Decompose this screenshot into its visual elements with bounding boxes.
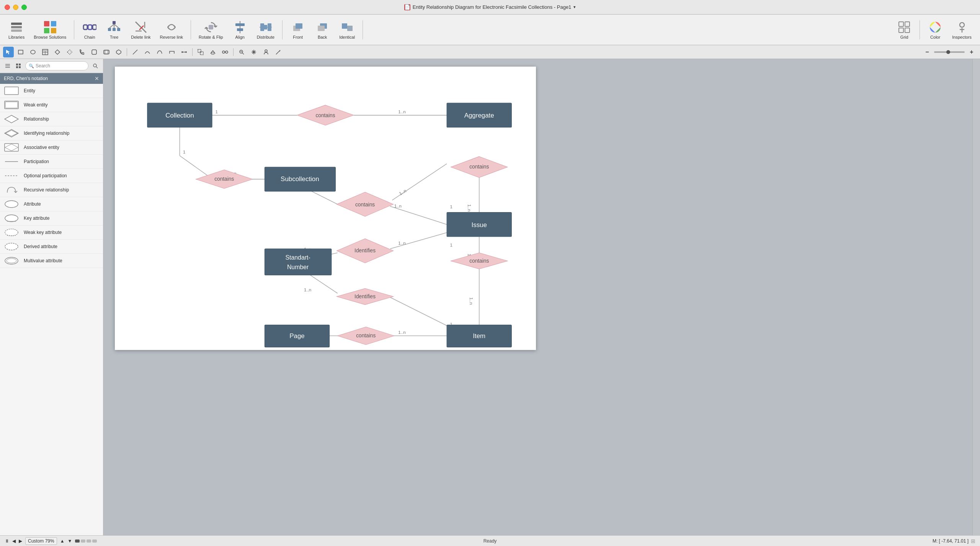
table-tool[interactable]	[40, 47, 51, 57]
person-tool[interactable]	[261, 47, 271, 57]
sep3	[282, 20, 283, 39]
zoom-select[interactable]: Custom 79%	[25, 537, 57, 545]
page-dot-3[interactable]	[87, 539, 91, 543]
maximize-button[interactable]	[21, 5, 27, 10]
svg-rect-35	[342, 23, 347, 29]
next-page-button[interactable]: ▶	[19, 538, 22, 544]
key-attribute-shape-icon	[4, 214, 19, 223]
window-title: 📄 Entity Relationship Diagram for Electr…	[404, 4, 576, 10]
pause-button[interactable]: ⏸	[5, 538, 9, 544]
svg-rect-1	[11, 26, 22, 28]
circle-tool[interactable]	[28, 47, 38, 57]
identifying-rel-label: Identifying relationship	[24, 131, 69, 136]
sidebar-item-key-attribute[interactable]: Key attribute	[0, 211, 103, 226]
svg-rect-0	[11, 23, 22, 25]
pan-tool[interactable]	[248, 47, 259, 57]
libraries-button[interactable]: Libraries	[5, 19, 28, 41]
shape-tool5[interactable]	[113, 47, 124, 57]
distribute-button[interactable]: Distribute	[253, 19, 278, 41]
sidebar-view-icons	[3, 61, 23, 70]
sidebar-item-associative-entity[interactable]: Associative entity	[0, 141, 103, 155]
svg-text:1..n: 1..n	[304, 287, 311, 292]
group-select-tool[interactable]	[195, 47, 206, 57]
sidebar-item-optional-participation[interactable]: Optional participation	[0, 169, 103, 183]
minimize-button[interactable]	[13, 5, 18, 10]
recursive-rel-label: Recursive relationship	[24, 187, 69, 193]
svg-point-70	[265, 50, 267, 52]
inspectors-icon	[955, 20, 969, 34]
curve-tool[interactable]	[142, 47, 153, 57]
tree-button[interactable]: Tree	[103, 19, 126, 41]
line-tool[interactable]	[130, 47, 140, 57]
sidebar-item-identifying-relationship[interactable]: Identifying relationship	[0, 126, 103, 141]
canvas-area[interactable]: 1 1..n 1 1..n 1..n 1..n 1..n 1 1 1..n 1.…	[103, 59, 972, 535]
close-button[interactable]	[5, 5, 10, 10]
sidebar-item-weak-key-attribute[interactable]: Weak key attribute	[0, 226, 103, 240]
inspectors-button[interactable]: Inspectors	[948, 19, 975, 41]
diagram-canvas[interactable]: 1 1..n 1 1..n 1..n 1..n 1..n 1 1 1..n 1.…	[115, 67, 536, 350]
cut-tool[interactable]	[207, 47, 218, 57]
rect-tool[interactable]	[15, 47, 26, 57]
align-button[interactable]: Align	[229, 19, 252, 41]
reverse-link-button[interactable]: Reverse link	[156, 19, 187, 41]
sidebar-item-relationship[interactable]: Relationship	[0, 112, 103, 126]
search-input[interactable]: 🔍 Search	[25, 61, 88, 70]
sidebar-item-derived-attribute[interactable]: Derived attribute	[0, 240, 103, 254]
shape-tool4[interactable]	[101, 47, 112, 57]
rotate-flip-button[interactable]: Rotate & Flip	[195, 19, 227, 41]
search-btn[interactable]	[91, 61, 100, 70]
svg-point-64	[222, 51, 225, 53]
svg-text:Standart-: Standart-	[286, 254, 310, 261]
phone-tool[interactable]	[77, 47, 87, 57]
connector-tool[interactable]	[179, 47, 189, 57]
zoom-up-icon[interactable]: ▲	[60, 538, 65, 544]
rotate-flip-label: Rotate & Flip	[199, 35, 223, 39]
chain-button[interactable]: Chain	[78, 19, 101, 41]
front-button[interactable]: Front	[286, 19, 309, 41]
shape-tool1[interactable]	[52, 47, 63, 57]
bezier-tool[interactable]	[154, 47, 165, 57]
svg-point-46	[31, 50, 35, 54]
sidebar-item-weak-entity[interactable]: Weak entity	[0, 98, 103, 112]
sep1	[74, 20, 74, 39]
sidebar-item-entity[interactable]: Entity	[0, 84, 103, 98]
back-button[interactable]: Back	[311, 19, 334, 41]
sidebar-item-recursive-relationship[interactable]: Recursive relationship	[0, 183, 103, 197]
grid-view-icon[interactable]	[14, 61, 23, 70]
shape-tool3[interactable]	[89, 47, 100, 57]
browse-solutions-button[interactable]: Browse Solutions	[30, 19, 70, 41]
ortho-tool[interactable]	[167, 47, 177, 57]
shape-tool2[interactable]	[64, 47, 75, 57]
relationship-label: Relationship	[24, 116, 49, 122]
weak-key-attribute-shape-icon	[4, 228, 19, 237]
svg-rect-39	[899, 28, 903, 33]
grid-button[interactable]: Grid	[893, 19, 916, 41]
prev-page-button[interactable]: ◀	[12, 538, 16, 544]
select-tool[interactable]	[3, 47, 14, 57]
grid-icon	[897, 20, 911, 34]
page-dot-2[interactable]	[81, 539, 85, 543]
zoom-in-btn[interactable]: +	[966, 47, 977, 57]
sidebar-item-attribute[interactable]: Attribute	[0, 197, 103, 211]
category-close[interactable]: ✕	[95, 75, 99, 82]
status-right: M: [ -7.64, 71.01 ] ⊞	[933, 538, 975, 544]
page-dot-4[interactable]	[92, 539, 97, 543]
color-button[interactable]: Color	[924, 19, 947, 41]
sidebar-item-multivalue-attribute[interactable]: Multivalue attribute	[0, 254, 103, 268]
zoom-down-icon[interactable]: ▼	[68, 538, 72, 544]
delete-link-button[interactable]: Delete link	[127, 19, 154, 41]
dropdown-arrow[interactable]: ▾	[573, 5, 576, 10]
pencil-tool[interactable]	[273, 47, 284, 57]
sep4	[363, 20, 363, 39]
list-view-icon[interactable]	[3, 61, 12, 70]
zoom-out-btn[interactable]: −	[922, 47, 933, 57]
identical-button[interactable]: Identical	[335, 19, 359, 41]
sidebar-item-participation[interactable]: Participation	[0, 155, 103, 169]
contains5-label: contains	[469, 258, 489, 264]
svg-rect-51	[92, 50, 96, 54]
zoom-slider[interactable]	[934, 51, 965, 53]
page-dot-1[interactable]	[75, 539, 80, 543]
svg-point-78	[93, 64, 96, 67]
zoom-out-tool[interactable]	[236, 47, 247, 57]
connect-tool[interactable]	[220, 47, 230, 57]
